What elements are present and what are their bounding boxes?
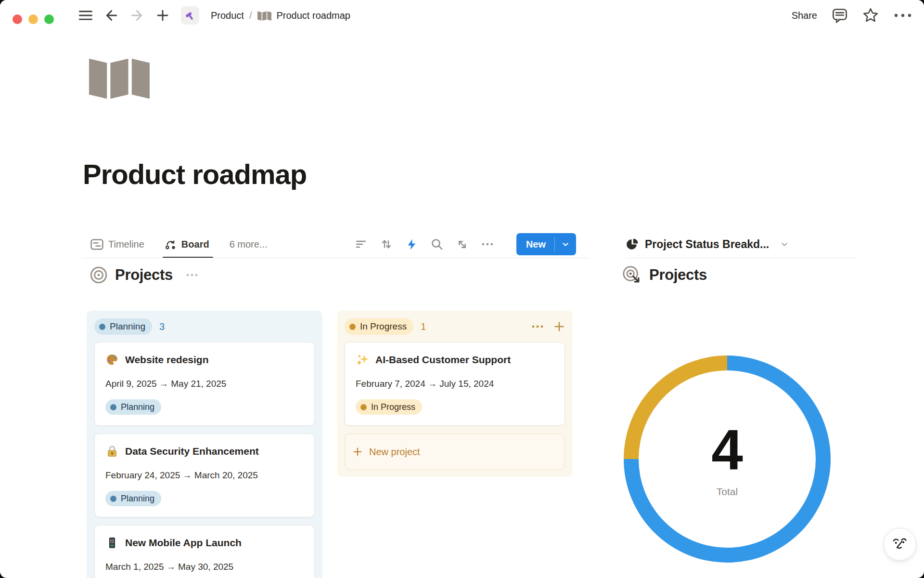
notion-ai-face-button[interactable] [884, 528, 916, 561]
sidebar-menu-icon[interactable] [79, 10, 92, 21]
share-button[interactable]: Share [792, 10, 817, 21]
status-dot [349, 324, 356, 330]
card-status-tag: Planning [105, 399, 161, 415]
page-title[interactable]: Product roadmap [83, 158, 307, 190]
status-dot [360, 404, 367, 410]
donut-center: 4 Total [639, 370, 816, 548]
board-column-in-progress: In Progress 1 AI-Based Customer Support [337, 311, 573, 477]
status-dot [110, 496, 116, 502]
status-donut-chart[interactable]: 4 Total [624, 355, 831, 563]
board-section-title: Projects [115, 266, 173, 284]
breadcrumb-separator: / [249, 10, 252, 21]
project-card-mobile-app[interactable]: New Mobile App Launch March 1, 2025 → Ma… [94, 525, 315, 578]
card-date-range: February 24, 2025 → March 20, 2025 [105, 470, 304, 481]
side-panel-title: Project Status Breakd... [645, 238, 769, 251]
card-title: Data Security Enhancement [125, 446, 259, 457]
automations-lightning-icon[interactable] [406, 238, 418, 250]
status-label: Planning [121, 402, 154, 412]
viewbar-divider [82, 258, 590, 258]
new-project-button[interactable]: New project [345, 434, 565, 470]
app-window: Product / Product roadmap Share Produ [0, 0, 924, 578]
close-window-button[interactable] [13, 14, 22, 24]
project-card-data-security[interactable]: Data Security Enhancement February 24, 2… [94, 434, 315, 517]
sparkles-icon [356, 353, 369, 367]
column-options-icon[interactable] [531, 324, 544, 329]
tab-timeline[interactable]: Timeline [90, 230, 144, 258]
expand-icon[interactable] [456, 238, 468, 250]
new-tab-plus-icon[interactable] [156, 9, 169, 22]
status-label: Planning [121, 494, 154, 504]
workspace-hammer-icon[interactable] [181, 6, 199, 25]
board-view-icon [165, 238, 177, 250]
chevron-down-icon[interactable] [779, 239, 790, 250]
card-status-tag: Planning [105, 491, 161, 506]
breadcrumb-current[interactable]: Product roadmap [277, 10, 350, 21]
palette-icon [105, 353, 119, 367]
card-date-range: February 7, 2024 → July 15, 2024 [356, 379, 554, 389]
card-title: New Mobile App Launch [125, 537, 242, 549]
new-project-label: New project [369, 447, 420, 458]
more-options-icon[interactable] [893, 12, 912, 19]
status-dot [99, 324, 105, 330]
more-views-button[interactable]: 6 more... [230, 239, 268, 250]
card-title: Website redesign [125, 354, 209, 366]
new-button[interactable]: New [516, 233, 576, 255]
timeline-view-icon [90, 239, 103, 250]
map-icon-small [257, 11, 271, 21]
target-icon [90, 266, 108, 284]
comments-icon[interactable] [832, 7, 848, 24]
status-label: In Progress [371, 402, 415, 412]
tab-timeline-label: Timeline [108, 239, 144, 250]
forward-icon[interactable] [130, 8, 144, 23]
donut-total-value: 4 [711, 420, 743, 480]
view-options-icon[interactable] [481, 242, 494, 247]
section-options-icon[interactable] [186, 273, 198, 277]
card-status-tag: In Progress [356, 399, 422, 415]
column-add-icon[interactable] [553, 321, 565, 332]
page-icon-map[interactable] [89, 56, 150, 101]
card-date-range: April 9, 2025 → May 21, 2025 [105, 379, 304, 389]
status-dot [110, 404, 116, 410]
view-bar: Timeline Board 6 more... [82, 230, 590, 258]
panel-section-title: Projects [649, 266, 707, 284]
status-label: In Progress [360, 321, 407, 332]
donut-total-label: Total [717, 486, 738, 498]
column-count: 3 [159, 321, 165, 332]
lock-icon [105, 445, 119, 458]
favorite-star-icon[interactable] [862, 7, 879, 24]
board-section-header: Projects [90, 264, 198, 286]
panel-section-header: Projects [622, 264, 707, 286]
card-date-range: March 1, 2025 → May 30, 2025 [105, 562, 304, 572]
breadcrumb-root[interactable]: Product [211, 10, 244, 21]
linked-target-icon [622, 265, 642, 285]
back-icon[interactable] [104, 8, 118, 23]
card-title: AI-Based Customer Support [375, 354, 511, 366]
minimize-window-button[interactable] [28, 14, 38, 24]
project-card-ai-support[interactable]: AI-Based Customer Support February 7, 20… [345, 342, 565, 426]
side-panel-header[interactable]: Project Status Breakd... [626, 230, 790, 258]
zoom-window-button[interactable] [44, 14, 54, 24]
new-button-label: New [516, 239, 554, 250]
status-pill-in-progress[interactable]: In Progress [345, 318, 413, 335]
tab-board-label: Board [181, 239, 209, 250]
filter-icon[interactable] [355, 238, 367, 250]
breadcrumb: Product / Product roadmap [211, 10, 350, 21]
mobile-phone-icon [105, 536, 119, 550]
project-card-website-redesign[interactable]: Website redesign April 9, 2025 → May 21,… [94, 342, 315, 426]
status-label: Planning [110, 321, 145, 332]
sort-icon[interactable] [380, 238, 393, 250]
column-count: 1 [421, 321, 426, 332]
pie-chart-icon [626, 238, 639, 251]
new-button-dropdown[interactable] [555, 233, 576, 255]
plus-icon [352, 447, 363, 457]
status-pill-planning[interactable]: Planning [94, 318, 152, 335]
search-icon[interactable] [431, 238, 443, 250]
tab-board[interactable]: Board [165, 230, 209, 258]
window-titlebar: Product / Product roadmap Share [0, 0, 924, 31]
board-column-planning: Planning 3 Website redesign April 9, 202… [87, 311, 322, 578]
